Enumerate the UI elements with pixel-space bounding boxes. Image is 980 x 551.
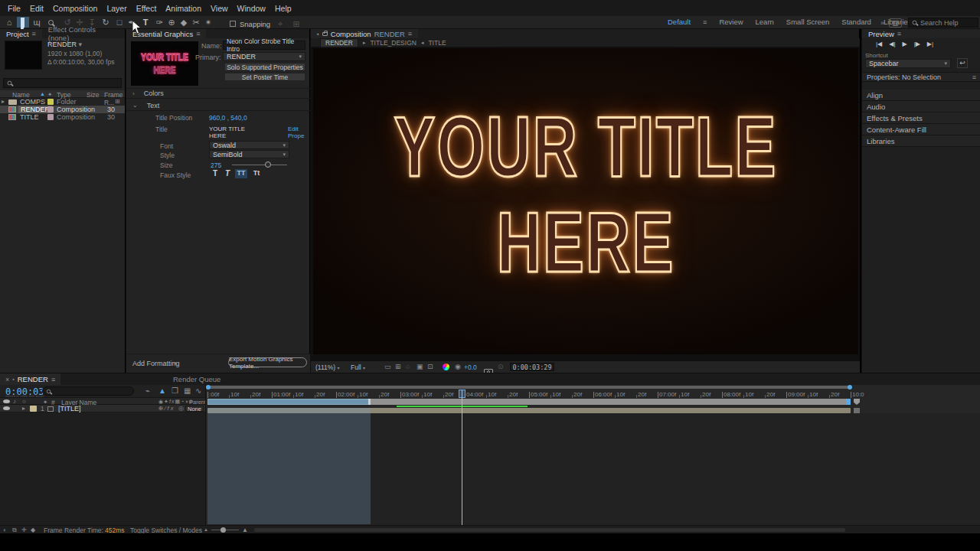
video-column-eye-icon[interactable] (3, 399, 10, 403)
table-row[interactable]: TITLE Composition 30 (0, 113, 125, 121)
eraser-tool-icon[interactable]: ◆ (178, 17, 190, 28)
project-panel-menu-icon[interactable]: ≡ (32, 30, 36, 37)
edit-properties-link[interactable]: Edit Prope (288, 126, 309, 139)
menu-layer[interactable]: Layer (102, 2, 131, 15)
tab-timeline-render[interactable]: × ▪ RENDER ≡ (0, 373, 60, 385)
faux-bold-button[interactable]: T (211, 169, 220, 178)
row-name[interactable]: TITLE (20, 113, 39, 121)
template-name-field[interactable]: Neon Color Strobe Title Intro (223, 41, 305, 50)
menu-view[interactable]: View (206, 2, 233, 15)
shortcut-dropdown[interactable]: Spacebar ▾ (865, 59, 951, 68)
row-name[interactable]: COMPS (20, 98, 45, 106)
tab-project[interactable]: Project ≡ (0, 29, 42, 38)
channel-colors-icon[interactable] (443, 364, 449, 370)
size-value[interactable]: 275 (211, 161, 221, 169)
label-swatch[interactable] (47, 99, 54, 105)
roto-brush-tool-icon[interactable]: ✂ (190, 17, 202, 28)
tab-render-queue[interactable]: Render Queue (167, 374, 227, 384)
add-formatting-dropdown[interactable]: Add Formatting (132, 360, 180, 367)
workspace-manager-icon[interactable]: ▥ (889, 18, 902, 28)
last-frame-button[interactable]: ▶| (927, 41, 933, 47)
layer-label-swatch[interactable] (30, 406, 37, 412)
frame-blending-icon[interactable]: ▦ (184, 386, 191, 395)
help-search-box[interactable]: Search Help (908, 18, 978, 28)
selection-tool-icon[interactable] (17, 17, 29, 28)
work-area-end-handle[interactable] (846, 399, 851, 405)
snapping-control[interactable]: Snapping ⌖ ⊞ (230, 18, 302, 29)
exposure-icon[interactable]: ◉ (455, 363, 461, 370)
grid-guides-icon[interactable]: ⊞ (395, 363, 401, 370)
safe-margins-icon[interactable]: ▭ (384, 363, 391, 370)
workspace-small-screen[interactable]: Small Screen (786, 18, 830, 26)
breadcrumb-title-design[interactable]: TITLE_DESIGN (370, 39, 416, 47)
small-caps-button[interactable]: Tt (250, 169, 263, 178)
menu-file[interactable]: File (3, 2, 25, 15)
menu-composition[interactable]: Composition (48, 2, 102, 15)
audio-meter-icon[interactable]: ◆ (31, 527, 35, 533)
home-icon[interactable]: ⌂ (3, 17, 15, 28)
workspace-default[interactable]: Default (668, 18, 691, 26)
workspace-menu-icon[interactable]: ≡ (703, 18, 707, 26)
panel-align[interactable]: Align (862, 90, 980, 101)
flowchart-icon[interactable]: ⊞ (115, 98, 120, 105)
previous-frame-button[interactable]: ◀| (889, 41, 895, 47)
hand-tool-icon[interactable]: ɰ (31, 17, 43, 28)
region-of-interest-icon[interactable]: ▣ (416, 363, 423, 370)
layer-switch-icons[interactable]: ⊕⁄fx (158, 405, 175, 412)
shy-layers-icon[interactable]: ❐ (172, 386, 178, 395)
menu-effect[interactable]: Effect (132, 2, 162, 15)
menu-edit[interactable]: Edit (25, 2, 48, 15)
timeline-graph-area[interactable]: :00f10f20f01:00f10f20f02:00f10f20f03:00f… (205, 385, 980, 525)
preview-panel-menu-icon[interactable]: ≡ (897, 30, 901, 37)
motion-blur-icon[interactable]: ∿ (195, 386, 201, 395)
title-value-line1[interactable]: YOUR TITLE (209, 126, 245, 132)
expand-arrow-icon[interactable]: ▸ (2, 98, 5, 105)
parent-link-dropdown[interactable]: None (185, 406, 204, 412)
properties-panel-menu-icon[interactable]: ≡ (972, 73, 976, 81)
zoom-out-mountain-icon[interactable]: ▲ (204, 527, 208, 532)
show-snapshot-icon[interactable]: ⊙ (498, 363, 504, 370)
fast-preview-icon[interactable]: ✛ (21, 527, 27, 533)
breadcrumb-title[interactable]: TITLE (428, 39, 446, 47)
label-swatch[interactable] (47, 114, 54, 120)
table-row-selected[interactable]: RENDER Composition 30 (0, 106, 125, 113)
snap-option-icon[interactable]: ⌖ (274, 18, 286, 29)
size-slider-knob[interactable] (265, 161, 271, 168)
close-tab-icon[interactable]: × (5, 376, 9, 383)
playhead-line[interactable] (462, 390, 462, 525)
work-area-highlight[interactable] (207, 399, 371, 405)
panel-audio[interactable]: Audio (862, 101, 980, 112)
sort-ascending-icon[interactable]: ▲ (40, 91, 45, 96)
add-formatting-caret-icon[interactable]: ▾ (174, 360, 177, 367)
composition-panel-menu-icon[interactable]: ≡ (408, 30, 412, 37)
panel-content-aware-fill[interactable]: Content-Aware Fill (862, 124, 980, 135)
first-frame-button[interactable]: |◀ (876, 41, 882, 47)
resolution-dropdown[interactable]: Full ▾ (351, 364, 365, 371)
export-motion-graphics-template-button[interactable]: Export Motion Graphics Template... (228, 357, 307, 367)
primary-comp-dropdown[interactable]: RENDER ▾ (223, 52, 305, 61)
label-swatch[interactable] (47, 106, 54, 112)
project-search-input[interactable] (3, 78, 122, 88)
project-comp-name[interactable]: RENDER (47, 41, 77, 48)
menu-animation[interactable]: Animation (161, 2, 206, 15)
reset-shortcut-icon[interactable]: ↩ (957, 58, 968, 68)
puppet-pin-tool-icon[interactable]: ✴ (202, 17, 214, 28)
workspace-learn[interactable]: Learn (756, 18, 774, 26)
panel-libraries[interactable]: Libraries (862, 135, 980, 147)
timeline-zoom-slider-knob[interactable] (220, 527, 226, 533)
style-dropdown[interactable]: SemiBold ▾ (209, 150, 289, 158)
essential-graphics-menu-icon[interactable]: ≡ (196, 30, 200, 37)
title-value-line2[interactable]: HERE (209, 132, 226, 139)
panel-effects-presets[interactable]: Effects & Presets (862, 112, 980, 124)
title-position-value[interactable]: 960,0 , 540,0 (209, 114, 247, 122)
mini-flowchart-icon[interactable]: ⌁ (145, 386, 150, 395)
workspace-overflow-icon[interactable]: » (880, 19, 884, 27)
workspace-review[interactable]: Review (719, 18, 743, 26)
timeline-navigator-bar[interactable] (207, 386, 851, 389)
horizontal-scrollbar[interactable] (254, 528, 845, 532)
solo-supported-properties-button[interactable]: Solo Supported Properties (224, 63, 305, 71)
section-colors[interactable]: › Colors (126, 88, 310, 99)
next-frame-button[interactable]: |▶ (914, 41, 920, 47)
size-slider-track[interactable] (232, 165, 287, 165)
layer-name[interactable]: [TITLE] (58, 405, 81, 412)
